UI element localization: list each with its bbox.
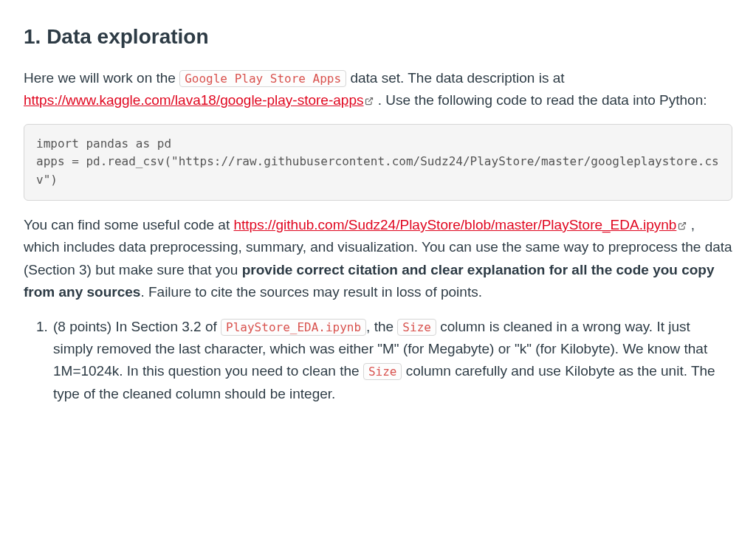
section-heading: 1. Data exploration	[24, 21, 732, 54]
intro-paragraph: Here we will work on the Google Play Sto…	[24, 67, 732, 112]
github-link[interactable]: https://github.com/Sudz24/PlayStore/blob…	[234, 217, 677, 232]
resources-paragraph: You can find some useful code at https:/…	[24, 214, 732, 304]
code-block: import pandas as pd apps = pd.read_csv("…	[24, 124, 732, 201]
para2-text-1: You can find some useful code at	[24, 217, 234, 232]
external-link-icon	[365, 95, 374, 111]
q1-text-2: , the	[366, 319, 397, 334]
intro-text-1: Here we will work on the	[24, 70, 179, 86]
question-list: (8 points) In Section 3.2 of PlayStore_E…	[24, 316, 732, 406]
external-link-icon	[678, 220, 687, 235]
intro-text-2: data set. The data description is at	[346, 70, 564, 86]
q1-text-1: (8 points) In Section 3.2 of	[53, 319, 221, 334]
intro-text-3: . Use the following code to read the dat…	[374, 92, 707, 108]
inline-code-size-col-1: Size	[397, 319, 436, 336]
inline-code-size-col-2: Size	[363, 363, 402, 380]
question-1: (8 points) In Section 3.2 of PlayStore_E…	[52, 316, 732, 406]
inline-code-dataset: Google Play Store Apps	[179, 70, 346, 87]
inline-code-notebook: PlayStore_EDA.ipynb	[221, 319, 366, 336]
svg-line-1	[681, 222, 686, 227]
kaggle-link[interactable]: https://www.kaggle.com/lava18/google-pla…	[24, 92, 363, 108]
para2-text-3: . Failure to cite the sources may result…	[140, 284, 482, 300]
svg-line-0	[368, 98, 373, 103]
